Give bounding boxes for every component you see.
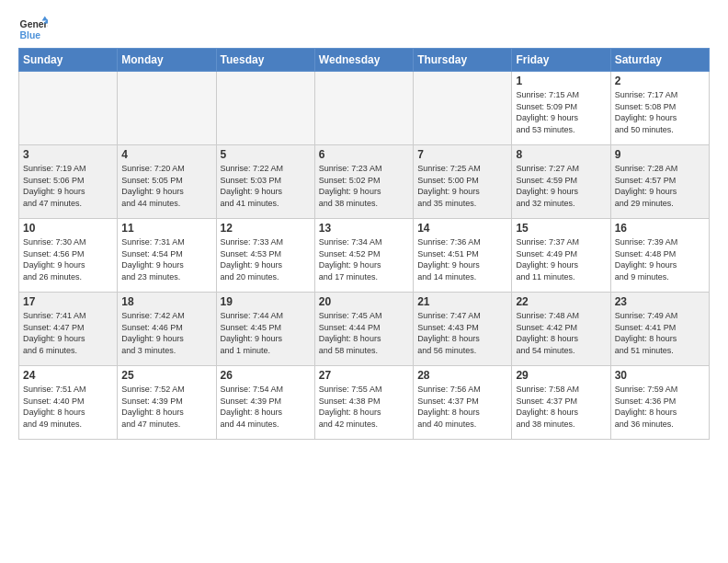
day-info: Sunrise: 7:23 AMSunset: 5:02 PMDaylight:… [319, 163, 409, 209]
calendar-cell [314, 72, 413, 145]
calendar-cell: 17Sunrise: 7:41 AMSunset: 4:47 PMDayligh… [19, 293, 118, 366]
calendar-cell: 5Sunrise: 7:22 AMSunset: 5:03 PMDaylight… [216, 145, 314, 219]
weekday-friday: Friday [512, 49, 610, 72]
day-number: 16 [615, 222, 705, 235]
day-number: 9 [615, 148, 705, 161]
day-info: Sunrise: 7:27 AMSunset: 4:59 PMDaylight:… [516, 163, 606, 209]
calendar-cell: 1Sunrise: 7:15 AMSunset: 5:09 PMDaylight… [512, 72, 610, 145]
calendar-cell [19, 72, 118, 145]
day-info: Sunrise: 7:59 AMSunset: 4:36 PMDaylight:… [615, 384, 705, 430]
day-number: 7 [417, 148, 507, 161]
day-number: 12 [221, 222, 311, 235]
day-info: Sunrise: 7:30 AMSunset: 4:56 PMDaylight:… [23, 236, 113, 282]
day-number: 1 [516, 75, 606, 87]
calendar-cell: 19Sunrise: 7:44 AMSunset: 4:45 PMDayligh… [216, 293, 314, 366]
day-number: 8 [516, 148, 606, 161]
day-info: Sunrise: 7:48 AMSunset: 4:42 PMDaylight:… [516, 310, 606, 356]
day-info: Sunrise: 7:20 AMSunset: 5:05 PMDaylight:… [121, 163, 211, 209]
day-info: Sunrise: 7:52 AMSunset: 4:39 PMDaylight:… [121, 384, 211, 430]
weekday-header-row: SundayMondayTuesdayWednesdayThursdayFrid… [19, 49, 710, 72]
day-number: 6 [319, 148, 409, 161]
day-number: 15 [516, 222, 606, 235]
day-number: 24 [23, 369, 113, 382]
calendar-cell: 15Sunrise: 7:37 AMSunset: 4:49 PMDayligh… [512, 219, 610, 293]
calendar-cell: 7Sunrise: 7:25 AMSunset: 5:00 PMDaylight… [414, 145, 512, 219]
weekday-thursday: Thursday [414, 49, 512, 72]
calendar-cell [118, 72, 216, 145]
day-info: Sunrise: 7:54 AMSunset: 4:39 PMDaylight:… [221, 384, 311, 430]
calendar-cell: 25Sunrise: 7:52 AMSunset: 4:39 PMDayligh… [118, 366, 216, 440]
day-info: Sunrise: 7:19 AMSunset: 5:06 PMDaylight:… [23, 163, 113, 209]
calendar-table: SundayMondayTuesdayWednesdayThursdayFrid… [18, 48, 710, 440]
day-info: Sunrise: 7:28 AMSunset: 4:57 PMDaylight:… [615, 163, 705, 209]
day-number: 10 [23, 222, 113, 235]
calendar-cell: 6Sunrise: 7:23 AMSunset: 5:02 PMDaylight… [314, 145, 413, 219]
week-row-5: 24Sunrise: 7:51 AMSunset: 4:40 PMDayligh… [19, 366, 710, 440]
day-info: Sunrise: 7:42 AMSunset: 4:46 PMDaylight:… [121, 310, 211, 356]
day-info: Sunrise: 7:44 AMSunset: 4:45 PMDaylight:… [221, 310, 311, 356]
calendar-cell: 24Sunrise: 7:51 AMSunset: 4:40 PMDayligh… [19, 366, 118, 440]
day-number: 2 [615, 75, 705, 87]
logo-icon: General Blue [18, 15, 48, 44]
day-number: 14 [417, 222, 507, 235]
day-info: Sunrise: 7:58 AMSunset: 4:37 PMDaylight:… [516, 384, 606, 430]
weekday-sunday: Sunday [19, 49, 118, 72]
svg-marker-2 [42, 17, 48, 21]
day-info: Sunrise: 7:15 AMSunset: 5:09 PMDaylight:… [516, 89, 606, 135]
day-number: 18 [121, 295, 211, 308]
day-number: 29 [516, 369, 606, 382]
day-info: Sunrise: 7:22 AMSunset: 5:03 PMDaylight:… [221, 163, 311, 209]
day-info: Sunrise: 7:47 AMSunset: 4:43 PMDaylight:… [417, 310, 507, 356]
weekday-saturday: Saturday [610, 49, 709, 72]
calendar-cell: 9Sunrise: 7:28 AMSunset: 4:57 PMDaylight… [610, 145, 709, 219]
weekday-monday: Monday [118, 49, 216, 72]
day-info: Sunrise: 7:36 AMSunset: 4:51 PMDaylight:… [417, 236, 507, 282]
day-info: Sunrise: 7:31 AMSunset: 4:54 PMDaylight:… [121, 236, 211, 282]
day-info: Sunrise: 7:37 AMSunset: 4:49 PMDaylight:… [516, 236, 606, 282]
svg-text:Blue: Blue [20, 30, 41, 40]
day-number: 13 [319, 222, 409, 235]
calendar-cell [414, 72, 512, 145]
calendar-cell: 12Sunrise: 7:33 AMSunset: 4:53 PMDayligh… [216, 219, 314, 293]
day-number: 17 [23, 295, 113, 308]
day-info: Sunrise: 7:49 AMSunset: 4:41 PMDaylight:… [615, 310, 705, 356]
calendar-cell: 2Sunrise: 7:17 AMSunset: 5:08 PMDaylight… [610, 72, 709, 145]
day-info: Sunrise: 7:25 AMSunset: 5:00 PMDaylight:… [417, 163, 507, 209]
weekday-tuesday: Tuesday [216, 49, 314, 72]
week-row-3: 10Sunrise: 7:30 AMSunset: 4:56 PMDayligh… [19, 219, 710, 293]
svg-text:General: General [20, 19, 48, 29]
day-info: Sunrise: 7:39 AMSunset: 4:48 PMDaylight:… [615, 236, 705, 282]
calendar-cell: 22Sunrise: 7:48 AMSunset: 4:42 PMDayligh… [512, 293, 610, 366]
day-number: 30 [615, 369, 705, 382]
calendar-cell: 13Sunrise: 7:34 AMSunset: 4:52 PMDayligh… [314, 219, 413, 293]
weekday-wednesday: Wednesday [314, 49, 413, 72]
header: General Blue [18, 15, 710, 44]
day-info: Sunrise: 7:34 AMSunset: 4:52 PMDaylight:… [319, 236, 409, 282]
day-info: Sunrise: 7:33 AMSunset: 4:53 PMDaylight:… [221, 236, 311, 282]
calendar-cell: 28Sunrise: 7:56 AMSunset: 4:37 PMDayligh… [414, 366, 512, 440]
day-number: 22 [516, 295, 606, 308]
week-row-1: 1Sunrise: 7:15 AMSunset: 5:09 PMDaylight… [19, 72, 710, 145]
day-number: 21 [417, 295, 507, 308]
main-container: General Blue SundayMondayTuesdayWednesda… [0, 0, 728, 449]
day-number: 11 [121, 222, 211, 235]
logo: General Blue [18, 15, 48, 44]
day-number: 25 [121, 369, 211, 382]
day-info: Sunrise: 7:55 AMSunset: 4:38 PMDaylight:… [319, 384, 409, 430]
day-number: 26 [221, 369, 311, 382]
calendar-cell: 23Sunrise: 7:49 AMSunset: 4:41 PMDayligh… [610, 293, 709, 366]
calendar-cell: 8Sunrise: 7:27 AMSunset: 4:59 PMDaylight… [512, 145, 610, 219]
day-number: 4 [121, 148, 211, 161]
day-number: 20 [319, 295, 409, 308]
calendar-cell: 16Sunrise: 7:39 AMSunset: 4:48 PMDayligh… [610, 219, 709, 293]
day-info: Sunrise: 7:41 AMSunset: 4:47 PMDaylight:… [23, 310, 113, 356]
calendar-cell: 30Sunrise: 7:59 AMSunset: 4:36 PMDayligh… [610, 366, 709, 440]
calendar-cell: 4Sunrise: 7:20 AMSunset: 5:05 PMDaylight… [118, 145, 216, 219]
day-number: 28 [417, 369, 507, 382]
day-number: 23 [615, 295, 705, 308]
calendar-cell: 18Sunrise: 7:42 AMSunset: 4:46 PMDayligh… [118, 293, 216, 366]
calendar-cell: 21Sunrise: 7:47 AMSunset: 4:43 PMDayligh… [414, 293, 512, 366]
day-info: Sunrise: 7:56 AMSunset: 4:37 PMDaylight:… [417, 384, 507, 430]
week-row-2: 3Sunrise: 7:19 AMSunset: 5:06 PMDaylight… [19, 145, 710, 219]
day-info: Sunrise: 7:45 AMSunset: 4:44 PMDaylight:… [319, 310, 409, 356]
